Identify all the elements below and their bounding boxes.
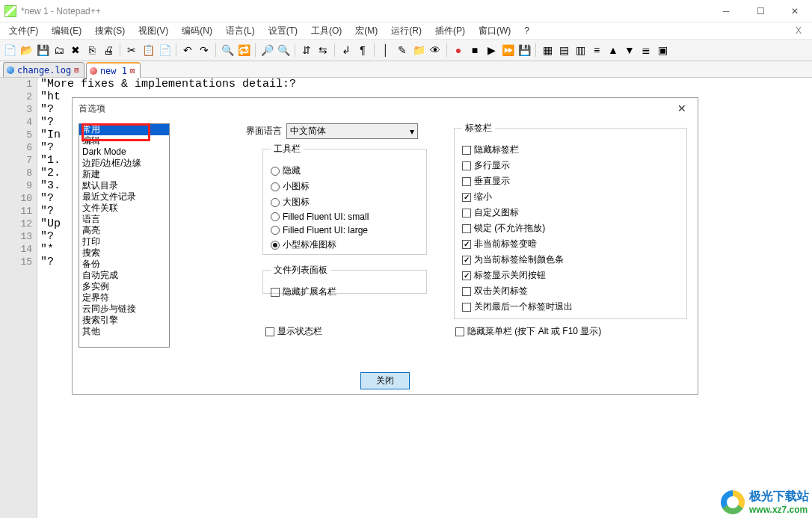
savemacro-icon[interactable]: 💾 (517, 43, 531, 57)
checkbox-option[interactable]: 自定义图标 (462, 206, 679, 219)
preferences-category-item[interactable]: 其他 (79, 326, 169, 337)
checkbox-option[interactable]: 为当前标签绘制颜色条 (462, 253, 679, 266)
save-all-icon[interactable]: 🗂 (52, 43, 66, 57)
checkbox-option[interactable]: 锁定 (不允许拖放) (462, 222, 679, 235)
find-icon[interactable]: 🔍 (221, 43, 234, 57)
window-maximize-button[interactable]: ☐ (743, 0, 778, 22)
preferences-category-item[interactable]: 备份 (79, 259, 169, 270)
language-select[interactable]: 中文简体 ▾ (286, 123, 418, 139)
checkbox-option[interactable]: 标签显示关闭按钮 (462, 269, 679, 282)
print-icon[interactable]: 🖨 (102, 43, 115, 57)
radio-option[interactable]: 小图标 (271, 180, 419, 193)
record-icon[interactable]: ● (452, 43, 465, 57)
cut-icon[interactable]: ✂ (125, 43, 138, 57)
radio-option[interactable]: 大图标 (271, 196, 419, 209)
open-file-icon[interactable]: 📂 (19, 43, 33, 57)
tb-misc7-icon[interactable]: ≣ (639, 43, 653, 57)
paste-icon[interactable]: 📄 (158, 43, 171, 57)
folder-icon[interactable]: 📁 (412, 43, 425, 57)
tab-close-icon[interactable]: ⊠ (74, 65, 79, 75)
preferences-category-item[interactable]: 语言 (79, 214, 169, 225)
tb-misc8-icon[interactable]: ▣ (656, 43, 669, 57)
save-icon[interactable]: 💾 (36, 43, 49, 57)
menubar-close-icon[interactable]: X (796, 25, 802, 36)
tb-misc3-icon[interactable]: ▥ (573, 43, 587, 57)
preferences-category-item[interactable]: 编辑 (79, 135, 169, 147)
userdef-icon[interactable]: ✎ (396, 43, 409, 57)
wordwrap-icon[interactable]: ↲ (339, 43, 353, 57)
close-file-icon[interactable]: ✖ (69, 43, 82, 57)
preferences-category-item[interactable]: Dark Mode (79, 147, 169, 158)
menu-search[interactable]: 搜索(S) (89, 23, 131, 39)
tb-misc4-icon[interactable]: ≡ (590, 43, 603, 57)
menu-file[interactable]: 文件(F) (3, 23, 44, 39)
preferences-category-item[interactable]: 打印 (79, 236, 169, 247)
zoom-out-icon[interactable]: 🔍 (277, 43, 290, 57)
checkbox-option[interactable]: 垂直显示 (462, 175, 679, 188)
hide-menubar-checkbox[interactable]: 隐藏菜单栏 (按下 Alt 或 F10 显示) (455, 325, 601, 338)
fastfwd-icon[interactable]: ⏩ (501, 43, 514, 57)
preferences-category-item[interactable]: 新建 (79, 169, 169, 180)
monitor-icon[interactable]: 👁 (428, 43, 442, 57)
window-minimize-button[interactable]: ─ (709, 0, 743, 22)
replace-icon[interactable]: 🔁 (237, 43, 250, 57)
checkbox-option[interactable]: 非当前标签变暗 (462, 238, 679, 250)
menu-edit[interactable]: 编辑(E) (46, 23, 87, 39)
menu-plugins[interactable]: 插件(P) (429, 23, 471, 39)
menu-encoding[interactable]: 编码(N) (176, 23, 218, 39)
preferences-category-item[interactable]: 文件关联 (79, 203, 169, 214)
sync-h-icon[interactable]: ⇆ (316, 43, 330, 57)
checkbox-option[interactable]: 多行显示 (462, 159, 679, 172)
dialog-close-footer-button[interactable]: 关闭 (360, 372, 410, 389)
checkbox-option[interactable]: 缩小 (462, 191, 679, 203)
copy-icon[interactable]: 📋 (141, 43, 155, 57)
preferences-category-item[interactable]: 边距/边框/边缘 (79, 158, 169, 169)
menu-language[interactable]: 语言(L) (220, 23, 261, 39)
show-statusbar-checkbox[interactable]: 显示状态栏 (265, 325, 322, 338)
preferences-category-item[interactable]: 定界符 (79, 292, 169, 303)
dialog-close-button[interactable]: ✕ (672, 101, 692, 116)
menu-view[interactable]: 视图(V) (132, 23, 174, 39)
checkbox-option[interactable]: 隐藏扩展名栏 (271, 286, 419, 298)
preferences-category-item[interactable]: 高亮 (79, 225, 169, 236)
menu-settings[interactable]: 设置(T) (262, 23, 304, 39)
preferences-category-list[interactable]: 常用编辑Dark Mode边距/边框/边缘新建默认目录最近文件记录文件关联语言高… (79, 123, 170, 348)
tb-misc6-icon[interactable]: ▼ (623, 43, 636, 57)
menu-help[interactable]: ? (518, 24, 535, 37)
new-file-icon[interactable]: 📄 (3, 43, 16, 57)
preferences-category-item[interactable]: 搜索 (79, 247, 169, 259)
zoom-in-icon[interactable]: 🔎 (260, 43, 274, 57)
close-all-icon[interactable]: ⎘ (85, 43, 99, 57)
menu-run[interactable]: 运行(R) (385, 23, 428, 39)
radio-option[interactable]: 小型标准图标 (271, 238, 419, 251)
tb-misc1-icon[interactable]: ▦ (541, 43, 554, 57)
radio-option[interactable]: Filled Fluent UI: small (271, 212, 419, 222)
show-all-icon[interactable]: ¶ (356, 43, 369, 57)
tab-new-1[interactable]: new 1 ⊠ (86, 62, 141, 78)
preferences-category-item[interactable]: 多实例 (79, 281, 169, 292)
menu-macro[interactable]: 宏(M) (349, 23, 384, 39)
indent-guide-icon[interactable]: │ (379, 43, 393, 57)
radio-option[interactable]: 隐藏 (271, 164, 419, 177)
preferences-category-item[interactable]: 默认目录 (79, 180, 169, 191)
undo-icon[interactable]: ↶ (181, 43, 194, 57)
tab-change-log[interactable]: change.log ⊠ (3, 62, 84, 77)
window-close-button[interactable]: ✕ (778, 0, 812, 22)
radio-option[interactable]: Filled Fluent UI: large (271, 225, 419, 235)
redo-icon[interactable]: ↷ (197, 43, 211, 57)
tb-misc5-icon[interactable]: ▲ (606, 43, 620, 57)
stop-icon[interactable]: ■ (468, 43, 482, 57)
preferences-category-item[interactable]: 最近文件记录 (79, 191, 169, 203)
checkbox-option[interactable]: 双击关闭标签 (462, 285, 679, 297)
preferences-category-item[interactable]: 常用 (79, 124, 169, 135)
tab-close-icon[interactable]: ⊠ (130, 66, 135, 75)
play-icon[interactable]: ▶ (485, 43, 498, 57)
preferences-category-item[interactable]: 搜索引擎 (79, 315, 169, 326)
preferences-category-item[interactable]: 云同步与链接 (79, 303, 169, 315)
preferences-category-item[interactable]: 自动完成 (79, 270, 169, 281)
checkbox-option[interactable]: 关闭最后一个标签时退出 (462, 300, 679, 313)
menu-window[interactable]: 窗口(W) (473, 23, 517, 39)
sync-v-icon[interactable]: ⇵ (300, 43, 313, 57)
menu-tools[interactable]: 工具(O) (305, 23, 348, 39)
tb-misc2-icon[interactable]: ▤ (557, 43, 570, 57)
